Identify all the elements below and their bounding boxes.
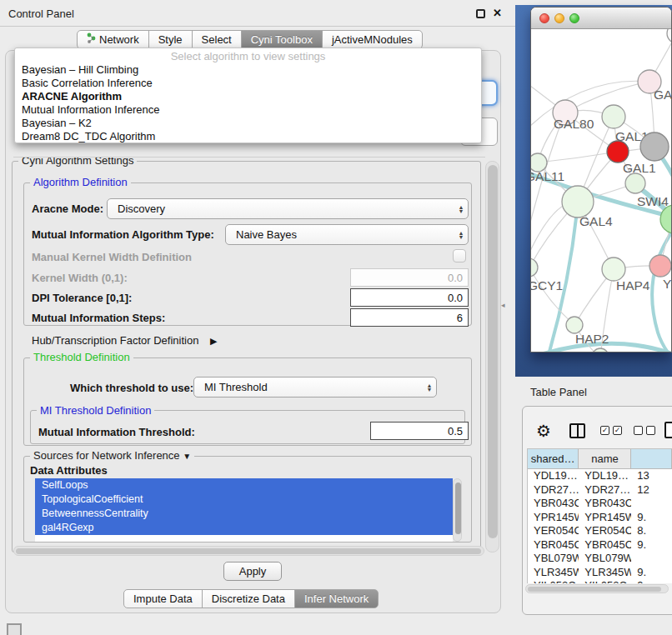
table-cell[interactable]: 9 — [631, 579, 672, 583]
table-cell[interactable]: YDR27… — [579, 483, 631, 498]
algorithm-option[interactable]: Dream8 DC_TDC Algorithm — [15, 130, 481, 143]
table-row[interactable]: YLR345WYLR345W9. — [528, 566, 672, 580]
algorithm-option[interactable]: ARACNE Algorithm — [15, 90, 481, 103]
table-cell[interactable]: 9. — [631, 538, 672, 552]
panel-divider-grip[interactable]: ◂ — [501, 301, 505, 309]
columns-icon[interactable] — [569, 423, 585, 438]
aracne-mode-combo[interactable]: Discovery ▲▼ — [107, 198, 469, 219]
network-node-y[interactable] — [649, 255, 671, 277]
gear-icon[interactable]: ⚙ — [536, 421, 551, 441]
table-cell[interactable]: YBR045C — [528, 538, 579, 552]
table-cell[interactable]: YER054C — [579, 524, 631, 538]
attributes-scrollbar-thumb[interactable] — [455, 482, 461, 534]
data-attribute-item[interactable]: TopologicalCoefficient — [35, 492, 453, 507]
network-node-gal10[interactable] — [602, 105, 625, 128]
table-cell[interactable]: YDL19… — [528, 469, 579, 483]
tab-impute-data[interactable]: Impute Data — [123, 589, 203, 608]
algorithm-option[interactable]: Mutual Information Inference — [15, 103, 481, 117]
table-cell[interactable]: YDL19… — [579, 469, 631, 483]
network-node-gcy1[interactable] — [531, 258, 538, 277]
network-node[interactable] — [640, 132, 669, 161]
mi-type-combo[interactable]: Naive Bayes ▲▼ — [225, 224, 469, 245]
minimize-traffic-light-icon[interactable] — [554, 13, 564, 23]
algorithm-option[interactable]: Bayesian – K2 — [15, 117, 481, 130]
table-cell[interactable]: 9. — [631, 566, 672, 580]
mi-threshold-field[interactable]: 0.5 — [370, 422, 469, 440]
table-cell[interactable]: YBR043C — [528, 497, 579, 511]
data-attribute-item[interactable]: gal4RGexp — [35, 521, 453, 535]
table-row[interactable]: YIL052CYIL052C9 — [528, 579, 672, 583]
algorithm-option[interactable]: Basic Correlation Inference — [15, 77, 481, 90]
table-row[interactable]: YBL079WYBL079W — [528, 552, 672, 566]
network-window-titlebar[interactable] — [531, 8, 671, 29]
data-attribute-item[interactable]: SelfLoops — [35, 478, 453, 492]
close-traffic-light-icon[interactable] — [539, 13, 549, 23]
network-edge[interactable] — [531, 203, 568, 251]
table-cell[interactable]: YBL079W — [528, 552, 579, 566]
table-cell[interactable]: YDR27… — [528, 483, 579, 498]
checked-checkbox-icon[interactable]: ✓ — [600, 426, 609, 435]
apply-button[interactable]: Apply — [223, 562, 282, 581]
table-cell[interactable]: YBL079W — [579, 552, 631, 566]
table-cell[interactable]: YLR345W — [528, 566, 579, 580]
table-horizontal-scrollbar-thumb[interactable] — [528, 587, 661, 592]
table-cell[interactable]: 8. — [631, 524, 672, 538]
table-column-header[interactable] — [631, 449, 672, 469]
tab-cyni-toolbox[interactable]: Cyni Toolbox — [241, 30, 323, 49]
table-cell[interactable] — [631, 552, 672, 566]
tab-jactivemnodules[interactable]: jActiveMNodules — [322, 30, 423, 49]
dpi-tolerance-field[interactable]: 0.0 — [350, 288, 469, 307]
sources-group-title[interactable]: Sources for Network Inference ▼ — [30, 450, 194, 462]
table-cell[interactable]: YBR045C — [579, 538, 631, 552]
document-icon[interactable] — [664, 422, 672, 438]
network-canvas[interactable]: GALGAL80GAL10GAL1GAL11SWI4GAL4GCY1HAP4YH… — [531, 29, 672, 352]
settings-horizontal-scrollbar[interactable] — [13, 546, 484, 556]
which-threshold-combo[interactable]: MI Threshold ▲▼ — [193, 377, 437, 398]
checked-checkbox-icon[interactable]: ✓ — [613, 426, 622, 435]
table-cell[interactable]: 13 — [631, 469, 672, 483]
network-node-gal1[interactable] — [607, 141, 629, 162]
table-cell[interactable]: YBR043C — [579, 497, 631, 511]
tab-style[interactable]: Style — [148, 30, 193, 49]
table-cell[interactable]: YLR345W — [579, 566, 631, 580]
table-cell[interactable]: 12 — [631, 483, 672, 498]
network-node-gal4[interactable] — [562, 186, 594, 218]
table-row[interactable]: YER054CYER054C8. — [528, 524, 672, 538]
tab-network[interactable]: Network — [77, 30, 149, 49]
tab-infer-network[interactable]: Infer Network — [294, 589, 379, 608]
network-node-hap4[interactable] — [602, 258, 625, 281]
network-node[interactable] — [592, 348, 609, 352]
settings-horizontal-scrollbar-thumb[interactable] — [16, 548, 481, 554]
table-cell[interactable]: YPR145W — [579, 511, 631, 525]
table-cell[interactable]: YPR145W — [528, 511, 579, 525]
table-column-header[interactable]: name — [579, 449, 631, 469]
algorithm-option[interactable]: Bayesian – Hill Climbing — [15, 63, 481, 77]
table-row[interactable]: YBR045CYBR045C9. — [528, 538, 672, 552]
kernel-width-field[interactable]: 0.0 — [350, 268, 469, 287]
mi-steps-field[interactable]: 6 — [350, 308, 469, 327]
table-cell[interactable]: YIL052C — [579, 579, 631, 583]
tab-discretize-data[interactable]: Discretize Data — [202, 589, 295, 608]
settings-vertical-scrollbar[interactable] — [485, 161, 499, 552]
unchecked-checkbox-icon[interactable] — [646, 426, 655, 435]
attributes-scrollbar[interactable] — [453, 478, 462, 542]
tab-select[interactable]: Select — [192, 30, 242, 49]
table-column-header[interactable]: shared… — [528, 449, 579, 469]
table-row[interactable]: YPR145WYPR145W9. — [528, 511, 672, 525]
hub-definition-toggle[interactable]: Hub/Transcription Factor Definition ▶ — [32, 334, 217, 347]
table-cell[interactable]: 9. — [631, 511, 672, 525]
network-node-hap2[interactable] — [566, 317, 583, 333]
network-edge[interactable] — [652, 231, 672, 352]
table-horizontal-scrollbar[interactable] — [525, 584, 669, 593]
settings-vertical-scrollbar-thumb[interactable] — [488, 165, 498, 538]
table-cell[interactable]: YIL052C — [528, 579, 579, 583]
zoom-traffic-light-icon[interactable] — [569, 13, 579, 23]
minimized-panel-icon[interactable] — [7, 623, 22, 635]
network-graph[interactable]: GALGAL80GAL10GAL1GAL11SWI4GAL4GCY1HAP4YH… — [531, 29, 672, 352]
manual-kernel-checkbox[interactable] — [453, 249, 466, 262]
table-row[interactable]: YDR27…YDR27…12 — [528, 483, 672, 498]
data-attribute-item[interactable]: BetweennessCentrality — [35, 507, 453, 521]
unchecked-checkbox-icon[interactable] — [634, 426, 643, 435]
table-row[interactable]: YDL19…YDL19…13 — [528, 469, 672, 483]
network-node[interactable] — [667, 29, 672, 43]
